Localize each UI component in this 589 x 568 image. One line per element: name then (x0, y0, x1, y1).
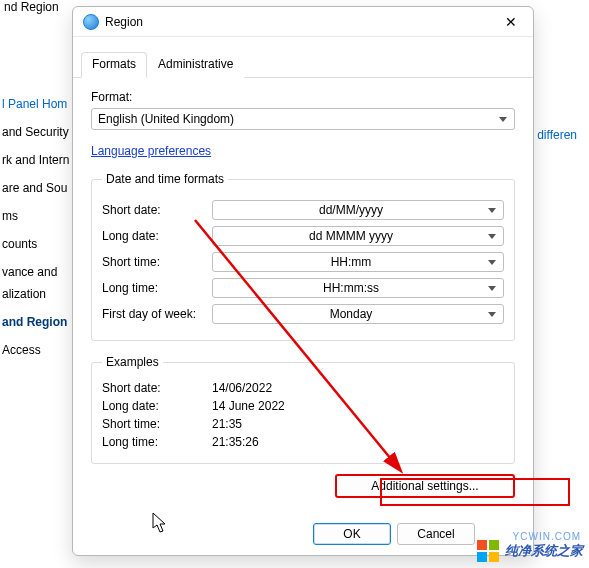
short-date-select[interactable]: dd/MM/yyyy (212, 200, 504, 220)
dialog-title: Region (105, 15, 491, 29)
ex-short-time-label: Short time: (102, 417, 212, 431)
background-link-fragment[interactable]: differen (537, 128, 577, 142)
long-time-value: HH:mm:ss (323, 281, 379, 295)
ex-short-date-value: 14/06/2022 (212, 381, 272, 395)
dialog-body: Format: English (United Kingdom) Languag… (73, 78, 533, 515)
long-date-select[interactable]: dd MMMM yyyy (212, 226, 504, 246)
ex-short-time-value: 21:35 (212, 417, 242, 431)
ex-short-date-label: Short date: (102, 381, 212, 395)
dialog-footer: OK Cancel (73, 515, 533, 555)
examples-group: Examples Short date:14/06/2022 Long date… (91, 355, 515, 464)
short-time-select[interactable]: HH:mm (212, 252, 504, 272)
examples-legend: Examples (102, 355, 163, 369)
first-day-label: First day of week: (102, 307, 212, 321)
long-time-select[interactable]: HH:mm:ss (212, 278, 504, 298)
ok-button[interactable]: OK (313, 523, 391, 545)
tab-administrative[interactable]: Administrative (147, 52, 244, 78)
format-label: Format: (91, 90, 515, 104)
language-preferences-link[interactable]: Language preferences (91, 144, 211, 158)
dialog-tabs: Formats Administrative (73, 37, 533, 78)
date-time-formats-legend: Date and time formats (102, 172, 228, 186)
short-date-label: Short date: (102, 203, 212, 217)
long-date-label: Long date: (102, 229, 212, 243)
short-time-value: HH:mm (331, 255, 372, 269)
long-date-value: dd MMMM yyyy (309, 229, 393, 243)
globe-icon (83, 14, 99, 30)
tab-formats[interactable]: Formats (81, 52, 147, 78)
short-date-value: dd/MM/yyyy (319, 203, 383, 217)
format-value: English (United Kingdom) (98, 112, 234, 126)
cancel-button[interactable]: Cancel (397, 523, 475, 545)
dialog-titlebar: Region ✕ (73, 7, 533, 37)
format-select[interactable]: English (United Kingdom) (91, 108, 515, 130)
short-time-label: Short time: (102, 255, 212, 269)
ex-long-date-value: 14 June 2022 (212, 399, 285, 413)
first-day-select[interactable]: Monday (212, 304, 504, 324)
ex-long-time-label: Long time: (102, 435, 212, 449)
ex-long-date-label: Long date: (102, 399, 212, 413)
region-dialog: Region ✕ Formats Administrative Format: … (72, 6, 534, 556)
first-day-value: Monday (330, 307, 373, 321)
close-icon[interactable]: ✕ (497, 14, 525, 30)
additional-settings-button[interactable]: Additional settings... (335, 474, 515, 498)
long-time-label: Long time: (102, 281, 212, 295)
ex-long-time-value: 21:35:26 (212, 435, 259, 449)
date-time-formats-group: Date and time formats Short date: dd/MM/… (91, 172, 515, 341)
